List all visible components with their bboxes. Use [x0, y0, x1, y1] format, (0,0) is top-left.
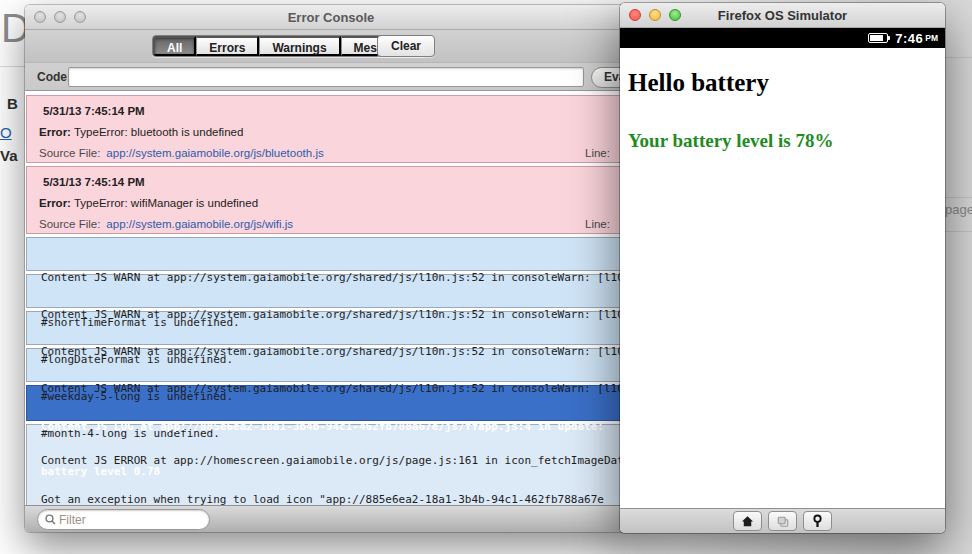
window-title: Firefox OS Simulator	[620, 8, 945, 23]
background-text-fragment: Va	[0, 147, 18, 164]
log-entry-warning[interactable]: Content JS WARN at app://system.gaiamobi…	[26, 237, 636, 271]
log-source-row: Source File:app://system.gaiamobile.org/…	[39, 214, 635, 235]
tab-errors[interactable]: Errors	[196, 36, 259, 56]
log-source-row: Source File:app://system.gaiamobile.org/…	[39, 143, 635, 164]
simulator-app-page: Hello battery Your battery level is 78%	[620, 48, 945, 508]
background-divider	[945, 197, 972, 198]
background-divider	[945, 57, 972, 58]
code-eval-row: Code: Eva	[25, 62, 637, 91]
warning-line1: Content JS WARN at app://system.gaiamobi…	[41, 381, 635, 396]
log-message: Error: TypeError: wifiManager is undefin…	[39, 193, 635, 214]
error-text: TypeError: bluetooth is undefined	[74, 126, 243, 138]
code-input[interactable]	[68, 67, 584, 87]
background-page-label: page	[945, 202, 972, 217]
source-file-link[interactable]: app://system.gaiamobile.org/js/bluetooth…	[106, 147, 323, 159]
code-label: Code:	[37, 70, 71, 84]
background-text-fragment: B	[7, 95, 18, 112]
line-label: Line:	[585, 214, 610, 235]
simulator-status-bar: 7:46 PM	[620, 28, 945, 48]
error-console-window: Error Console All Errors Warnings Messag…	[25, 5, 637, 532]
tab-all[interactable]: All	[153, 36, 196, 56]
log-timestamp: 5/31/13 7:45:14 PM	[39, 101, 635, 122]
app-heading: Hello battery	[628, 69, 945, 97]
search-icon	[45, 514, 56, 525]
filter-bar	[25, 505, 637, 532]
error-label: Error:	[39, 197, 71, 209]
window-title: Error Console	[25, 10, 637, 25]
background-divider	[0, 66, 25, 67]
log-entry-error[interactable]: 5/31/13 7:45:14 PM Error: TypeError: blu…	[26, 95, 636, 163]
simulator-window: Firefox OS Simulator 7:46 PM Hello batte…	[620, 3, 945, 533]
status-time: 7:46	[895, 31, 923, 46]
windows-button[interactable]	[768, 511, 797, 531]
home-button[interactable]	[733, 511, 762, 531]
battery-level-message: Your battery level is 78%	[628, 130, 945, 152]
filter-field[interactable]	[37, 509, 210, 530]
background-divider	[945, 231, 972, 232]
log-entry-error[interactable]: 5/31/13 7:45:14 PM Error: TypeError: wif…	[26, 166, 636, 234]
simulator-toolbar	[620, 508, 945, 533]
windows-icon	[776, 515, 790, 528]
battery-fill	[870, 35, 883, 41]
log-list: 5/31/13 7:45:14 PM Error: TypeError: blu…	[25, 92, 637, 505]
log-line1: Content JS LOG at app://885e6ea2-18a1-3b…	[41, 419, 635, 434]
status-indicators: 7:46 PM	[868, 28, 938, 48]
status-meridiem: PM	[925, 33, 938, 43]
error-console-toolbar: All Errors Warnings Messages Clear	[25, 30, 637, 62]
log-timestamp: 5/31/13 7:45:14 PM	[39, 172, 635, 193]
location-button[interactable]	[803, 511, 832, 531]
simulator-titlebar[interactable]: Firefox OS Simulator	[620, 3, 945, 28]
location-pin-icon	[811, 514, 824, 528]
battery-icon	[868, 33, 888, 43]
filter-input[interactable]	[59, 513, 189, 527]
error-text: TypeError: wifiManager is undefined	[74, 197, 258, 209]
tab-warnings[interactable]: Warnings	[259, 36, 340, 56]
home-icon	[741, 515, 754, 528]
error-label: Error:	[39, 126, 71, 138]
detail-line: Content JS ERROR at app://homescreen.gai…	[41, 454, 635, 467]
error-console-titlebar[interactable]: Error Console	[25, 5, 637, 30]
background-link-fragment[interactable]: O	[0, 124, 12, 141]
warning-line1: Content JS WARN at app://system.gaiamobi…	[41, 307, 635, 322]
log-message: Error: TypeError: bluetooth is undefined	[39, 122, 635, 143]
clear-button[interactable]: Clear	[377, 35, 435, 57]
source-file-label: Source File:	[39, 218, 100, 230]
line-label: Line:	[585, 143, 610, 164]
warning-line1: Content JS WARN at app://system.gaiamobi…	[41, 344, 635, 359]
detail-line: Got an exception when trying to load ico…	[41, 493, 635, 505]
source-file-link[interactable]: app://system.gaiamobile.org/js/wifi.js	[106, 218, 293, 230]
warning-line1: Content JS WARN at app://system.gaiamobi…	[41, 270, 635, 285]
source-file-label: Source File:	[39, 147, 100, 159]
